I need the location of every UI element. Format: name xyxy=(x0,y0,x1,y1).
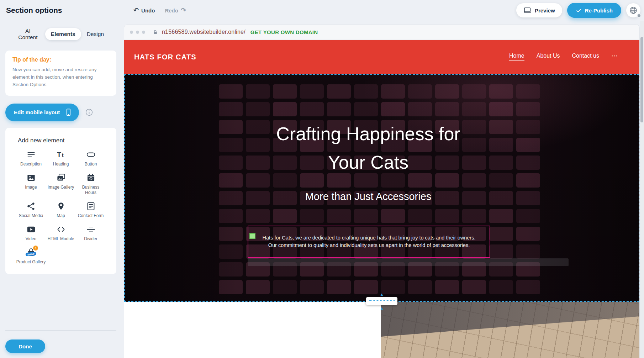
nav-about-us[interactable]: About Us xyxy=(537,53,560,61)
hero-tile xyxy=(354,84,378,99)
selected-paragraph-element[interactable]: Hats for Cats, we are dedicated to craft… xyxy=(248,226,490,258)
resize-arrow-down-icon: ▲ xyxy=(380,306,384,310)
phone-icon xyxy=(64,108,73,116)
hero-tile xyxy=(273,102,297,116)
hero-tile xyxy=(489,280,513,294)
add-video-button[interactable]: Video xyxy=(16,225,46,242)
video-icon xyxy=(26,225,36,234)
hero-tile xyxy=(462,102,486,116)
scrollbar-thumb[interactable] xyxy=(640,37,643,122)
hero-tile xyxy=(435,191,459,205)
hero-heading[interactable]: Crafting Happiness for Your Cats xyxy=(205,120,532,177)
add-social-media-button[interactable]: Social Media xyxy=(16,201,46,219)
hero-tile xyxy=(381,84,405,99)
tip-of-the-day-card: Tip of the day: Now you can add, move an… xyxy=(5,51,116,96)
hero-tile xyxy=(408,280,432,294)
image-icon xyxy=(26,173,36,183)
edit-mobile-label: Edit mobile layout xyxy=(14,109,60,115)
section-resize-handle[interactable]: ▲ ▲ xyxy=(366,297,397,305)
hero-tile xyxy=(246,84,270,99)
element-placeholder-bar xyxy=(248,258,569,266)
page-title: Section options xyxy=(6,6,62,15)
add-contact-form-button[interactable]: Contact Form xyxy=(76,201,106,219)
hero-tile xyxy=(435,102,459,116)
business-hours-icon xyxy=(86,173,96,183)
hero-tile xyxy=(219,280,243,294)
tab-elements[interactable]: Elements xyxy=(45,28,81,40)
globe-status-dot xyxy=(637,14,641,18)
add-image-gallery-button[interactable]: Image Gallery xyxy=(46,173,76,195)
hero-tile xyxy=(462,280,486,294)
divider-icon xyxy=(86,225,96,234)
hero-tile xyxy=(300,209,324,223)
hero-tile xyxy=(327,84,351,99)
add-image-button[interactable]: Image xyxy=(16,173,46,195)
hero-tile xyxy=(516,227,540,241)
hero-tile xyxy=(219,191,243,205)
next-section-content xyxy=(124,302,381,358)
tab-design[interactable]: Design xyxy=(81,28,110,40)
hero-tile xyxy=(408,102,432,116)
undo-icon: ↶ xyxy=(133,7,139,14)
add-button-element[interactable]: Button xyxy=(76,150,106,167)
add-business-hours-button[interactable]: Business Hours xyxy=(76,173,106,195)
hero-section[interactable]: Crafting Happiness for Your Cats More th… xyxy=(124,74,639,302)
hero-subheading[interactable]: More than Just Accessories xyxy=(305,191,432,202)
add-description-button[interactable]: Description xyxy=(16,150,46,167)
tab-ai-content[interactable]: AI Content xyxy=(11,25,45,43)
hero-tile xyxy=(273,209,297,223)
hero-tile xyxy=(219,84,243,99)
sidebar: AI Content Elements Design Tip of the da… xyxy=(0,21,124,358)
hero-tile xyxy=(300,102,324,116)
upgrade-badge-icon: ↑ xyxy=(33,246,38,251)
window-controls xyxy=(130,31,145,34)
tip-title: Tip of the day: xyxy=(12,57,109,63)
svg-text:T: T xyxy=(57,151,61,158)
panel-tabs: AI Content Elements Design xyxy=(11,25,110,43)
edit-mobile-layout-button[interactable]: Edit mobile layout xyxy=(5,104,79,121)
lock-icon xyxy=(152,29,158,35)
undo-button[interactable]: ↶ Undo xyxy=(133,7,155,14)
hero-tile xyxy=(408,209,432,223)
done-button[interactable]: Done xyxy=(5,339,45,353)
preview-button[interactable]: Preview xyxy=(516,3,562,17)
site-url[interactable]: n1566589.websitebuilder.online/ xyxy=(162,29,246,35)
hero-tile xyxy=(381,102,405,116)
window-dot xyxy=(136,31,139,34)
contact-form-icon xyxy=(86,201,96,211)
redo-button[interactable]: Redo ↷ xyxy=(165,7,186,14)
browser-frame: n1566589.websitebuilder.online/ GET YOUR… xyxy=(124,25,639,358)
language-globe-button[interactable] xyxy=(626,3,640,17)
hero-tile xyxy=(516,191,540,205)
hero-tile xyxy=(489,191,513,205)
social-media-icon xyxy=(26,201,36,211)
site-logo[interactable]: HATS FOR CATS xyxy=(134,53,196,61)
hero-tile xyxy=(516,209,540,223)
hero-tile xyxy=(219,244,243,259)
get-domain-link[interactable]: GET YOUR OWN DOMAIN xyxy=(250,29,318,35)
page-scrollbar xyxy=(640,21,644,358)
hero-tile xyxy=(246,280,270,294)
hero-tile xyxy=(354,102,378,116)
add-html-module-button[interactable]: HTML Module xyxy=(46,225,76,242)
add-divider-button[interactable]: Divider xyxy=(76,225,106,242)
check-icon xyxy=(576,7,582,14)
drag-handle[interactable] xyxy=(249,233,255,239)
hero-tile xyxy=(489,244,513,259)
add-heading-button[interactable]: Tt Heading xyxy=(46,150,76,167)
hero-tile xyxy=(246,209,270,223)
site-nav: Home About Us Contact us ⋯ xyxy=(509,52,618,62)
redo-label: Redo xyxy=(165,7,178,14)
nav-contact-us[interactable]: Contact us xyxy=(572,53,599,61)
republish-button[interactable]: Re-Publish xyxy=(567,3,621,18)
nav-more-icon[interactable]: ⋯ xyxy=(611,52,618,62)
hero-tile xyxy=(219,209,243,223)
nav-home[interactable]: Home xyxy=(509,53,524,61)
info-icon[interactable] xyxy=(85,108,93,116)
hero-tile xyxy=(462,191,486,205)
add-map-button[interactable]: Map xyxy=(46,201,76,219)
hero-tile xyxy=(489,102,513,116)
hero-tile xyxy=(462,84,486,99)
sidebar-divider xyxy=(5,330,116,331)
add-product-gallery-button[interactable]: SHOP ↑ Product Gallery xyxy=(16,248,46,265)
